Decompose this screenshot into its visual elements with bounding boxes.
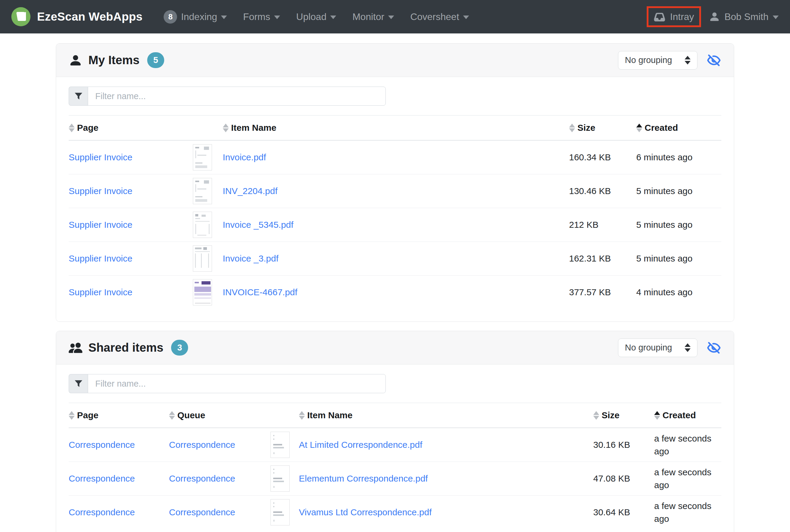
page-link[interactable]: Supplier Invoice — [69, 253, 132, 263]
my-items-panel: My Items 5 No grouping — [56, 43, 734, 322]
size-cell: 160.34 KB — [569, 140, 636, 174]
column-header-created[interactable]: Created — [654, 403, 721, 428]
item-name-link[interactable]: At Limited Correspondence.pdf — [299, 440, 422, 450]
chevron-down-icon — [388, 16, 394, 19]
table-row: Correspondence Correspondence At Limited… — [69, 428, 721, 462]
page-link[interactable]: Supplier Invoice — [69, 287, 132, 297]
filter-addon — [69, 87, 88, 106]
created-cell: a few seconds ago — [654, 428, 721, 462]
my-items-title: My Items 5 — [69, 52, 164, 68]
column-header-page[interactable]: Page — [69, 403, 169, 428]
table-row: Supplier Invoice INV_2204.pdf 130.46 KB … — [69, 174, 721, 208]
item-name-link[interactable]: Invoice _5345.pdf — [223, 220, 294, 230]
intray-label: Intray — [670, 11, 694, 22]
document-thumbnail[interactable] — [193, 245, 212, 272]
column-header-created[interactable]: Created — [636, 116, 721, 140]
sort-icon-active — [654, 411, 660, 420]
size-cell: 377.57 KB — [569, 276, 636, 309]
column-header-queue[interactable]: Queue — [169, 403, 270, 428]
item-name-link[interactable]: Invoice.pdf — [223, 152, 266, 162]
queue-link[interactable]: Correspondence — [169, 474, 235, 483]
item-count-badge: 5 — [147, 52, 164, 68]
funnel-icon — [74, 92, 83, 100]
created-cell: a few seconds ago — [654, 496, 721, 529]
sort-icon — [299, 411, 305, 420]
select-arrows-icon — [684, 56, 691, 64]
inbox-icon — [653, 11, 666, 23]
document-thumbnail[interactable] — [270, 466, 289, 492]
item-name-link[interactable]: INV_2204.pdf — [223, 186, 277, 196]
grouping-select[interactable]: No grouping — [618, 51, 697, 70]
grouping-select[interactable]: No grouping — [618, 339, 697, 357]
document-thumbnail[interactable] — [193, 178, 212, 204]
page-link[interactable]: Correspondence — [69, 440, 135, 450]
filter-group — [69, 374, 386, 393]
column-header-item-name[interactable]: Item Name — [223, 116, 569, 140]
queue-link[interactable]: Correspondence — [169, 507, 235, 517]
chevron-down-icon — [773, 16, 779, 19]
filter-group — [69, 87, 386, 106]
nav-label: Upload — [296, 11, 326, 22]
user-name: Bob Smith — [724, 11, 769, 22]
chevron-down-icon — [463, 16, 469, 19]
page-link[interactable]: Supplier Invoice — [69, 220, 132, 230]
table-row: Supplier Invoice Invoice _5345.pdf 212 K… — [69, 208, 721, 242]
created-cell: 4 minutes ago — [636, 276, 721, 309]
hide-panel-button[interactable] — [707, 340, 721, 355]
filter-name-input[interactable] — [88, 374, 386, 393]
item-name-link[interactable]: Elementum Correspondence.pdf — [299, 474, 428, 483]
created-cell: 5 minutes ago — [636, 174, 721, 208]
intray-button-highlighted[interactable]: Intray — [647, 6, 701, 27]
hide-panel-button[interactable] — [707, 53, 721, 68]
people-icon — [69, 341, 82, 355]
chevron-down-icon — [330, 16, 336, 19]
grouping-selected-value: No grouping — [625, 343, 672, 353]
item-name-link[interactable]: Invoice _3.pdf — [223, 253, 279, 263]
panel-title-text: Shared items — [88, 341, 163, 354]
nav-upload[interactable]: Upload — [288, 11, 344, 22]
ezescan-logo-icon — [11, 7, 31, 26]
table-row: Supplier Invoice INVOICE-4667.pdf 377.57… — [69, 276, 721, 309]
sort-icon — [223, 124, 229, 132]
top-navbar: EzeScan WebApps 8 Indexing Forms Upload … — [0, 0, 790, 34]
column-header-size[interactable]: Size — [569, 116, 636, 140]
nav-indexing[interactable]: 8 Indexing — [155, 10, 235, 24]
nav-label: Coversheet — [410, 11, 459, 22]
sort-icon — [69, 124, 75, 132]
nav-monitor[interactable]: Monitor — [344, 11, 402, 22]
created-cell: 5 minutes ago — [636, 242, 721, 276]
page-link[interactable]: Correspondence — [69, 474, 135, 483]
document-thumbnail[interactable] — [270, 432, 289, 458]
nav-forms[interactable]: Forms — [235, 11, 288, 22]
sort-icon-active — [636, 124, 642, 132]
shared-items-panel: Shared items 3 No grouping — [56, 331, 734, 532]
table-row: Correspondence Correspondence Vivamus Lt… — [69, 496, 721, 529]
page-link[interactable]: Correspondence — [69, 507, 135, 517]
person-icon — [69, 54, 82, 67]
main-nav: 8 Indexing Forms Upload Monitor Covershe… — [155, 10, 477, 24]
queue-link[interactable]: Correspondence — [169, 440, 235, 450]
item-name-link[interactable]: INVOICE-4667.pdf — [223, 287, 297, 297]
select-arrows-icon — [684, 343, 691, 352]
table-row: Supplier Invoice Invoice _3.pdf 162.31 K… — [69, 242, 721, 276]
column-header-page[interactable]: Page — [69, 116, 193, 140]
nav-label: Monitor — [352, 11, 384, 22]
item-name-link[interactable]: Vivamus Ltd Correspondence.pdf — [299, 507, 432, 517]
funnel-icon — [74, 379, 83, 388]
document-thumbnail[interactable] — [193, 144, 212, 170]
size-cell: 130.46 KB — [569, 174, 636, 208]
sort-icon — [593, 411, 599, 420]
document-thumbnail[interactable] — [270, 499, 289, 526]
page-link[interactable]: Supplier Invoice — [69, 152, 132, 162]
page-link[interactable]: Supplier Invoice — [69, 186, 132, 196]
document-thumbnail[interactable] — [193, 279, 212, 305]
nav-coversheet[interactable]: Coversheet — [402, 11, 477, 22]
filter-name-input[interactable] — [88, 87, 386, 106]
brand[interactable]: EzeScan WebApps — [11, 7, 143, 26]
document-thumbnail[interactable] — [193, 212, 212, 238]
chevron-down-icon — [274, 16, 280, 19]
person-icon — [709, 11, 720, 22]
user-menu[interactable]: Bob Smith — [709, 11, 779, 22]
column-header-item-name[interactable]: Item Name — [299, 403, 593, 428]
column-header-size[interactable]: Size — [593, 403, 654, 428]
